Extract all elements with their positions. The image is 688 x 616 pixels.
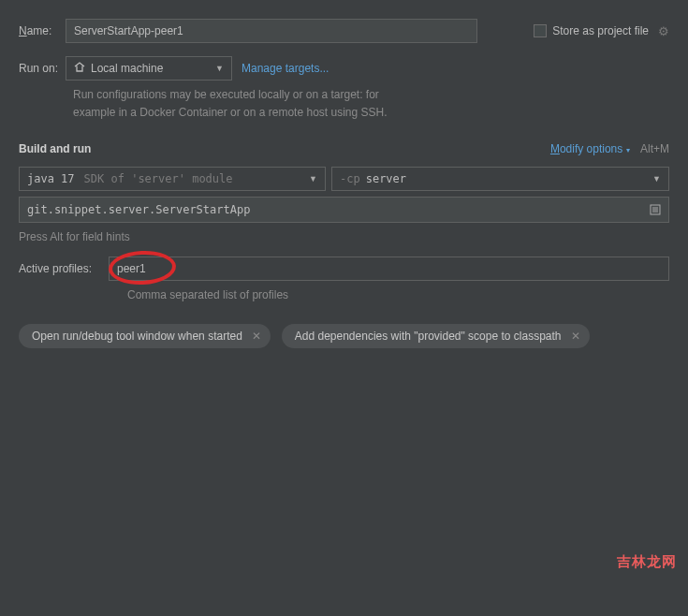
profiles-hint: Comma separated list of profiles (127, 288, 669, 301)
jdk-cp-row: java 17 SDK of 'server' module ▼ -cp ser… (19, 167, 669, 191)
run-on-value: Local machine (91, 62, 163, 75)
chip-open-tool-window[interactable]: Open run/debug tool window when started … (19, 324, 271, 348)
build-run-header: Build and run Modify options ▾ Alt+M (19, 142, 669, 155)
run-on-row: Run on: Local machine ▼ Manage targets..… (19, 56, 669, 81)
main-class-row (19, 197, 669, 223)
close-icon[interactable]: ✕ (252, 330, 261, 343)
manage-targets-link[interactable]: Manage targets... (242, 62, 329, 75)
chip-provided-scope[interactable]: Add dependencies with "provided" scope t… (282, 324, 590, 348)
chip-label: Add dependencies with "provided" scope t… (295, 330, 562, 343)
cp-value: server (366, 172, 406, 185)
chip-label: Open run/debug tool window when started (32, 330, 242, 343)
modify-options-link[interactable]: Modify options ▾ (550, 142, 630, 155)
active-profiles-input[interactable] (109, 257, 669, 281)
home-icon (74, 62, 85, 75)
gear-icon[interactable]: ⚙ (658, 24, 669, 38)
jdk-value: java 17 (27, 172, 75, 185)
options-chips: Open run/debug tool window when started … (19, 324, 669, 348)
cp-prefix: -cp (340, 172, 360, 185)
store-label: Store as project file (552, 24, 649, 37)
chevron-down-icon: ▼ (309, 174, 317, 183)
store-as-project-file[interactable]: Store as project file ⚙ (534, 24, 669, 38)
main-class-input[interactable] (20, 198, 645, 222)
name-input[interactable] (66, 19, 477, 43)
checkbox-icon[interactable] (534, 24, 547, 37)
active-profiles-row: Active profiles: (19, 257, 669, 281)
modify-shortcut: Alt+M (640, 142, 669, 155)
watermark: 吉林龙网 (617, 553, 677, 571)
run-on-dropdown[interactable]: Local machine ▼ (66, 56, 232, 81)
chevron-down-icon: ▼ (215, 64, 224, 73)
classpath-dropdown[interactable]: -cp server ▼ (331, 167, 669, 191)
build-run-title: Build and run (19, 142, 91, 155)
run-on-help: Run configurations may be executed local… (73, 86, 669, 122)
name-row: Name: Store as project file ⚙ (19, 19, 669, 43)
close-icon[interactable]: ✕ (571, 330, 580, 343)
jdk-dropdown[interactable]: java 17 SDK of 'server' module ▼ (19, 167, 326, 191)
active-profiles-label: Active profiles: (19, 262, 109, 275)
chevron-down-icon: ▼ (652, 174, 661, 183)
modify-options-group: Modify options ▾ Alt+M (550, 142, 669, 155)
jdk-hint: SDK of 'server' module (84, 172, 233, 185)
run-on-label: Run on: (19, 62, 66, 75)
name-label: Name: (19, 24, 66, 37)
browse-class-button[interactable] (645, 199, 666, 220)
field-hint: Press Alt for field hints (19, 230, 669, 243)
